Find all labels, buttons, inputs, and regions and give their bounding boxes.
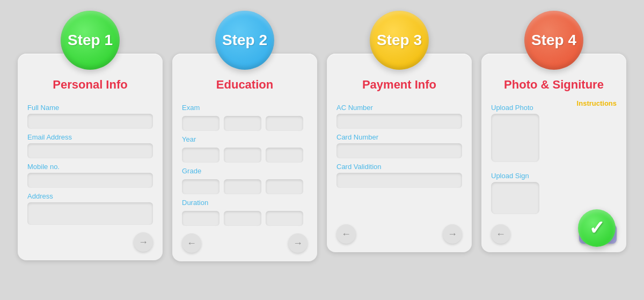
step-3-card: Payment Info AC Number Card Number Card … xyxy=(327,54,472,252)
photo-upload-box[interactable] xyxy=(491,114,539,162)
instructions-text: Instructions xyxy=(545,99,617,107)
mobile-input[interactable] xyxy=(27,173,153,188)
step-3-title: Payment Info xyxy=(336,78,462,92)
full-name-input[interactable] xyxy=(27,114,153,129)
year-input-3[interactable] xyxy=(266,148,303,163)
card-number-input[interactable] xyxy=(336,143,462,158)
year-input-1[interactable] xyxy=(182,148,219,163)
ac-number-input[interactable] xyxy=(336,114,462,129)
grade-label: Grade xyxy=(182,167,308,175)
address-textarea[interactable] xyxy=(27,202,153,225)
instructions-area: Instructions xyxy=(545,99,617,107)
duration-inputs xyxy=(182,211,308,226)
step-1-nav: → xyxy=(27,225,153,252)
step-1-circle: Step 1 xyxy=(61,11,120,70)
sign-upload-box[interactable] xyxy=(491,182,539,214)
year-inputs xyxy=(182,148,308,163)
exam-input-1[interactable] xyxy=(182,116,219,131)
upload-photo-label: Upload Photo xyxy=(491,104,539,112)
step-2-next-button[interactable]: → xyxy=(288,233,308,253)
duration-input-2[interactable] xyxy=(224,211,261,226)
grade-inputs xyxy=(182,179,308,194)
step-3-prev-button[interactable]: ← xyxy=(336,224,356,244)
checkmark-icon xyxy=(578,209,616,247)
step-1-column: Step 1 Personal Info Full Name Email Add… xyxy=(18,11,163,260)
step-4-circle: Step 4 xyxy=(524,11,583,70)
step-3-nav: ← → xyxy=(336,217,462,244)
step-2-prev-button[interactable]: ← xyxy=(182,233,201,253)
upload-sign-section: Upload Sign xyxy=(491,167,617,214)
year-label: Year xyxy=(182,135,308,143)
exam-input-3[interactable] xyxy=(266,116,303,131)
step-4-prev-button[interactable]: ← xyxy=(491,224,510,244)
duration-label: Duration xyxy=(182,199,308,207)
step-3-label: Step 3 xyxy=(377,32,422,49)
exam-label: Exam xyxy=(182,104,308,112)
grade-input-2[interactable] xyxy=(224,179,261,194)
step-2-column: Step 2 Education Exam Year Grade xyxy=(172,11,317,261)
card-number-label: Card Number xyxy=(336,133,462,141)
step-1-card: Personal Info Full Name Email Address Mo… xyxy=(18,54,163,260)
step-2-nav: ← → xyxy=(182,226,308,253)
card-valid-input[interactable] xyxy=(336,173,462,188)
step-4-title: Photo & Signiture xyxy=(491,78,617,92)
step-1-label: Step 1 xyxy=(68,32,113,49)
wizard-container: Step 1 Personal Info Full Name Email Add… xyxy=(0,0,644,272)
upload-photo-row: Upload Photo Instructions xyxy=(491,99,617,162)
step-1-next-button[interactable]: → xyxy=(134,232,153,252)
step-2-card: Education Exam Year Grade Duration xyxy=(172,54,317,261)
email-input[interactable] xyxy=(27,143,153,158)
step-3-next-button[interactable]: → xyxy=(443,224,462,244)
mobile-label: Mobile no. xyxy=(27,163,153,171)
duration-input-3[interactable] xyxy=(266,211,303,226)
duration-input-1[interactable] xyxy=(182,211,219,226)
exam-inputs xyxy=(182,116,308,131)
year-input-2[interactable] xyxy=(224,148,261,163)
step-4-label: Step 4 xyxy=(531,32,576,49)
exam-input-2[interactable] xyxy=(224,116,261,131)
step-2-title: Education xyxy=(182,78,308,92)
full-name-label: Full Name xyxy=(27,104,153,112)
step-4-column: Step 4 Photo & Signiture Upload Photo In… xyxy=(481,11,626,252)
step-3-column: Step 3 Payment Info AC Number Card Numbe… xyxy=(327,11,472,252)
ac-number-label: AC Number xyxy=(336,104,462,112)
step-1-title: Personal Info xyxy=(27,78,153,92)
email-label: Email Address xyxy=(27,133,153,141)
step-2-label: Step 2 xyxy=(222,32,267,49)
step-3-circle: Step 3 xyxy=(370,11,429,70)
card-valid-label: Card Validition xyxy=(336,163,462,171)
grade-input-1[interactable] xyxy=(182,179,219,194)
step-2-circle: Step 2 xyxy=(215,11,274,70)
grade-input-3[interactable] xyxy=(266,179,303,194)
address-label: Address xyxy=(27,192,153,200)
upload-sign-label: Upload Sign xyxy=(491,172,617,180)
